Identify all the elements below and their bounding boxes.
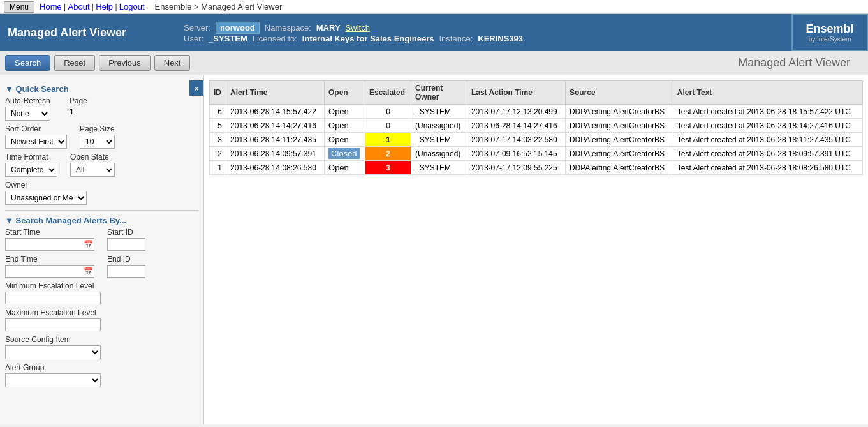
cell-alert-time: 2013-06-28 14:11:27.435 — [226, 133, 325, 147]
header: Managed Alert Viewer Server: norwood Nam… — [0, 14, 868, 51]
logout-link[interactable]: Logout — [119, 2, 145, 11]
cell-last-action-time: 2013-06-28 14:14:27.416 — [467, 119, 565, 133]
time-format-select[interactable]: CompleteShort — [5, 163, 57, 177]
alert-group-select[interactable] — [5, 373, 101, 387]
owner-row: Owner Unassigned or MeAllMeUnassigned — [5, 181, 198, 205]
status-badge: Open — [328, 121, 349, 130]
col-id: ID — [210, 81, 226, 105]
start-time-label: Start Time — [5, 228, 94, 237]
cell-open: Closed — [325, 147, 365, 161]
licensed-label: Licensed to: — [253, 34, 297, 43]
cell-alert-time: 2013-06-28 14:15:57.422 — [226, 105, 325, 119]
table-row[interactable]: 1 2013-06-28 14:08:26.580 Open 3 _SYSTEM… — [210, 161, 863, 175]
open-state-select[interactable]: AllOpenClosed — [70, 163, 115, 177]
cell-alert-text: Test Alert created at 2013-06-28 18:15:5… — [673, 105, 862, 119]
switch-link[interactable]: Switch — [346, 23, 370, 33]
start-id-input[interactable] — [107, 238, 145, 251]
search-by-header: ▼ Search Managed Alerts By... — [5, 216, 198, 225]
about-link[interactable]: About — [68, 2, 90, 11]
table-row[interactable]: 6 2013-06-28 14:15:57.422 Open 0 _SYSTEM… — [210, 105, 863, 119]
toolbar: Search Reset Previous Next Managed Alert… — [0, 51, 868, 75]
header-title-area: Managed Alert Viewer — [0, 14, 179, 51]
cell-id: 2 — [210, 147, 226, 161]
sort-order-select[interactable]: Newest FirstOldest First — [5, 135, 67, 149]
top-nav: Home | About | Help | Logout — [40, 2, 145, 11]
cell-source: DDPAlerting.AlertCreatorBS — [565, 133, 673, 147]
status-badge: Open — [328, 135, 349, 144]
user-label: User: — [184, 34, 203, 43]
end-time-input[interactable] — [5, 265, 94, 278]
sort-order-row: Sort Order Newest FirstOldest First Page… — [5, 124, 198, 149]
page-size-select[interactable]: 102550100 — [80, 135, 115, 149]
col-open: Open — [325, 81, 365, 105]
min-esc-col: Minimum Escalation Level — [5, 281, 198, 304]
server-label: Server: — [184, 23, 210, 33]
cell-source: DDPAlerting.AlertCreatorBS — [565, 147, 673, 161]
ensemble-corner-sub: by InterSystem — [809, 36, 851, 43]
previous-button[interactable]: Previous — [99, 55, 151, 71]
ensemble-corner-title: Ensembl — [805, 22, 853, 36]
quick-search-header: ▼ Quick Search — [5, 84, 198, 94]
main-area: « ▼ Quick Search Auto-Refresh None30s1m5… — [0, 75, 868, 424]
cell-last-action-time: 2013-07-17 12:09:55.225 — [467, 161, 565, 175]
status-badge: Closed — [328, 148, 359, 159]
alerts-table: ID Alert Time Open Escalated CurrentOwne… — [209, 80, 863, 175]
max-esc-input[interactable] — [5, 318, 101, 331]
start-id-label: Start ID — [107, 228, 145, 237]
page-label: Page — [70, 96, 87, 105]
menu-button[interactable]: Menu — [4, 1, 34, 13]
cell-escalated: 3 — [365, 161, 411, 175]
page-size-label: Page Size — [80, 124, 115, 133]
sidebar: « ▼ Quick Search Auto-Refresh None30s1m5… — [0, 75, 204, 424]
time-format-row: Time Format CompleteShort Open State All… — [5, 153, 198, 177]
search-button[interactable]: Search — [5, 55, 50, 71]
home-link[interactable]: Home — [40, 2, 62, 11]
collapse-sidebar-button[interactable]: « — [189, 80, 203, 96]
cell-owner: _SYSTEM — [411, 133, 467, 147]
cell-alert-time: 2013-06-28 14:09:57.391 — [226, 147, 325, 161]
auto-refresh-select[interactable]: None30s1m5m — [5, 107, 50, 121]
cell-last-action-time: 2013-07-17 14:03:22.580 — [467, 133, 565, 147]
reset-button[interactable]: Reset — [54, 55, 95, 71]
min-esc-input[interactable] — [5, 292, 101, 304]
cell-open: Open — [325, 133, 365, 147]
cell-alert-time: 2013-06-28 14:08:26.580 — [226, 161, 325, 175]
table-row[interactable]: 2 2013-06-28 14:09:57.391 Closed 2 (Unas… — [210, 147, 863, 161]
start-time-calendar-icon[interactable]: 📅 — [84, 240, 93, 249]
col-source: Source — [565, 81, 673, 105]
cell-last-action-time: 2013-07-17 12:13:20.499 — [467, 105, 565, 119]
table-body: 6 2013-06-28 14:15:57.422 Open 0 _SYSTEM… — [210, 105, 863, 175]
cell-source: DDPAlerting.AlertCreatorBS — [565, 105, 673, 119]
source-config-select[interactable] — [5, 345, 101, 359]
max-esc-col: Maximum Escalation Level — [5, 308, 198, 331]
owner-select[interactable]: Unassigned or MeAllMeUnassigned — [5, 191, 87, 205]
start-time-input[interactable] — [5, 238, 94, 251]
next-button[interactable]: Next — [154, 55, 191, 71]
ensemble-breadcrumb-link[interactable]: Ensemble — [155, 2, 192, 11]
page-value: 1 — [70, 107, 87, 116]
breadcrumb: Ensemble > Managed Alert Viewer — [155, 2, 283, 11]
cell-escalated: 1 — [365, 133, 411, 147]
cell-open: Open — [325, 161, 365, 175]
col-current-owner: CurrentOwner — [411, 81, 467, 105]
table-row[interactable]: 3 2013-06-28 14:11:27.435 Open 1 _SYSTEM… — [210, 133, 863, 147]
help-link[interactable]: Help — [96, 2, 113, 11]
table-header-row: ID Alert Time Open Escalated CurrentOwne… — [210, 81, 863, 105]
cell-alert-time: 2013-06-28 14:14:27.416 — [226, 119, 325, 133]
cell-source: DDPAlerting.AlertCreatorBS — [565, 119, 673, 133]
licensed-value: Internal Keys for Sales Engineers — [302, 34, 434, 43]
cell-escalated: 2 — [365, 147, 411, 161]
end-time-row: End Time 📅 End ID — [5, 255, 198, 278]
table-row[interactable]: 5 2013-06-28 14:14:27.416 Open 0 (Unassi… — [210, 119, 863, 133]
max-esc-label: Maximum Escalation Level — [5, 308, 198, 317]
source-config-col: Source Config Item — [5, 335, 198, 359]
instance-value: KERINS393 — [478, 34, 523, 43]
cell-owner: (Unassigned) — [411, 119, 467, 133]
status-badge: Open — [328, 107, 349, 116]
col-escalated: Escalated — [365, 81, 411, 105]
server-value: norwood — [216, 22, 260, 34]
managed-alert-viewer-breadcrumb-link[interactable]: Managed Alert Viewer — [201, 2, 282, 11]
toolbar-title: Managed Alert Viewer — [738, 56, 863, 70]
end-time-calendar-icon[interactable]: 📅 — [84, 267, 93, 276]
end-id-input[interactable] — [107, 265, 145, 278]
